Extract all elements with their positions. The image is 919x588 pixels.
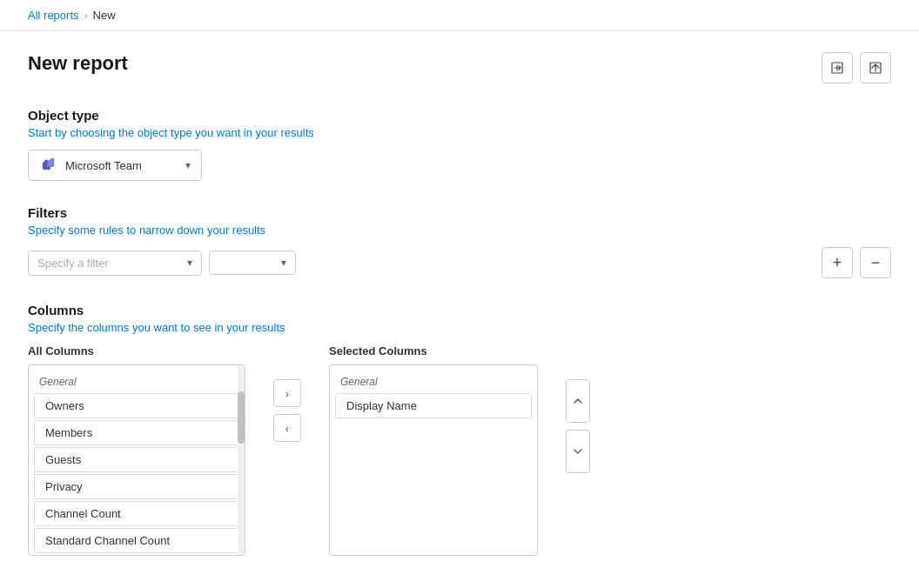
- columns-panels: All Columns General Owners Members Guest…: [28, 344, 891, 556]
- order-buttons: [566, 344, 590, 473]
- breadcrumb-all-reports[interactable]: All reports: [28, 9, 79, 22]
- add-filter-button[interactable]: +: [822, 247, 853, 278]
- header-actions: [822, 52, 891, 84]
- chevron-up-icon: [573, 396, 583, 406]
- object-type-value: Microsoft Team: [65, 159, 178, 172]
- breadcrumb-current: New: [93, 9, 116, 22]
- all-columns-title: All Columns: [28, 344, 245, 357]
- order-down-button[interactable]: [566, 430, 590, 473]
- list-item[interactable]: Display Name: [335, 393, 532, 418]
- chevron-down-icon: [573, 446, 583, 457]
- svg-point-5: [44, 160, 48, 164]
- teams-icon: [39, 156, 58, 175]
- all-columns-group-general: General: [29, 372, 245, 391]
- selected-columns-group-general: General: [330, 372, 537, 391]
- filters-section: Filters Specify some rules to narrow dow…: [28, 205, 891, 278]
- object-type-dropdown[interactable]: Microsoft Team ▾: [28, 150, 202, 181]
- object-type-title: Object type: [28, 108, 891, 123]
- svg-point-4: [50, 158, 55, 163]
- selected-columns-list: General Display Name: [330, 365, 537, 427]
- filters-title: Filters: [28, 205, 891, 220]
- share-icon: [869, 61, 882, 75]
- remove-filter-button[interactable]: −: [860, 247, 891, 278]
- filter-chevron-icon: ▾: [187, 257, 192, 269]
- columns-section: Columns Specify the columns you want to …: [28, 303, 891, 556]
- columns-subtitle: Specify the columns you want to see in y…: [28, 321, 891, 334]
- breadcrumb-separator: ›: [84, 10, 88, 22]
- operator-chevron-icon: ▾: [281, 257, 286, 269]
- chevron-down-icon: ▾: [185, 159, 191, 171]
- list-item[interactable]: Owners: [34, 393, 239, 418]
- page-header: New report: [28, 52, 891, 84]
- filter-select-dropdown[interactable]: Specify a filter ▾: [28, 251, 202, 276]
- breadcrumb: All reports › New: [0, 0, 919, 31]
- filters-subtitle: Specify some rules to narrow down your r…: [28, 224, 891, 237]
- scrollbar-thumb[interactable]: [238, 391, 245, 444]
- columns-title: Columns: [28, 303, 891, 317]
- list-item[interactable]: Members: [34, 420, 239, 445]
- list-item[interactable]: Standard Channel Count: [34, 528, 239, 553]
- move-right-button[interactable]: ›: [273, 379, 301, 407]
- list-item[interactable]: Privacy: [34, 474, 239, 499]
- list-item[interactable]: Guests: [34, 447, 239, 472]
- page-title: New report: [28, 52, 128, 75]
- move-left-button[interactable]: ‹: [273, 414, 301, 442]
- share-button[interactable]: [860, 52, 891, 84]
- selected-columns-panel: Selected Columns General Display Name: [329, 344, 538, 556]
- export-button[interactable]: [822, 52, 853, 84]
- scrollbar-track: [238, 365, 245, 555]
- all-columns-list: General Owners Members Guests Privacy Ch…: [29, 365, 245, 555]
- transfer-buttons: › ‹: [273, 344, 301, 442]
- export-icon: [830, 61, 844, 75]
- all-columns-panel: All Columns General Owners Members Guest…: [28, 344, 245, 556]
- filter-row: Specify a filter ▾ ▾ + −: [28, 247, 891, 278]
- filter-placeholder-label: Specify a filter: [37, 257, 187, 270]
- object-type-subtitle: Start by choosing the object type you wa…: [28, 126, 891, 139]
- selected-columns-list-container: General Display Name: [329, 364, 538, 556]
- filter-operator-dropdown[interactable]: ▾: [209, 251, 296, 275]
- all-columns-list-container: General Owners Members Guests Privacy Ch…: [28, 364, 245, 556]
- selected-columns-title: Selected Columns: [329, 344, 538, 357]
- object-type-section: Object type Start by choosing the object…: [28, 108, 891, 181]
- main-content: New report Object type Start by cho: [0, 31, 919, 588]
- list-item[interactable]: Channel Count: [34, 501, 239, 526]
- order-up-button[interactable]: [566, 379, 590, 423]
